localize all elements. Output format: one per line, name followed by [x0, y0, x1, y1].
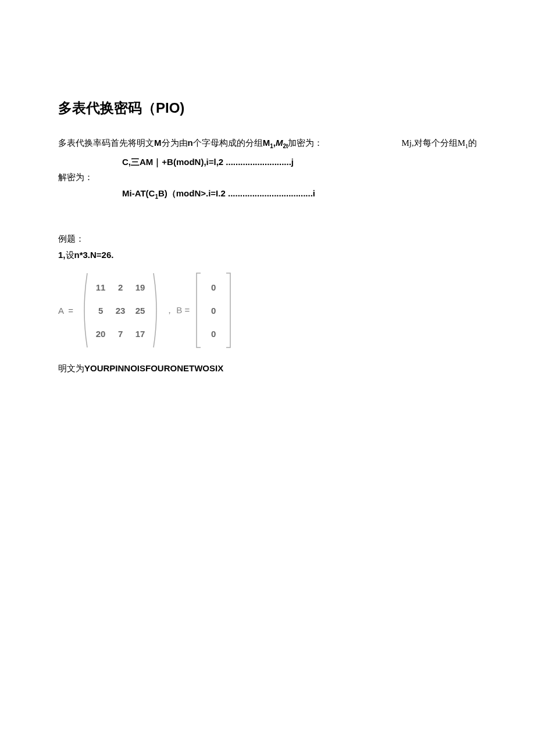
left-paren-icon — [80, 272, 88, 349]
cell: 23 — [116, 306, 126, 316]
encryption-formula: C,三AM｜+B(modN),i=l,2 ...................… — [122, 154, 477, 170]
cell: 11 — [96, 282, 106, 292]
intro-right-M: M — [458, 138, 465, 148]
example-params: 1,设n*3.N=26. — [58, 247, 477, 263]
cell: 7 — [118, 329, 123, 339]
intro-right-text1: 对每个分组 — [414, 138, 458, 148]
matrix-separator: ， B = — [160, 305, 194, 316]
right-bracket-icon — [224, 272, 233, 349]
cell: 5 — [98, 306, 103, 316]
decrypt-label: 解密为： — [58, 170, 477, 185]
intro-text-3: 个字母构成的分组 — [193, 138, 263, 148]
example-params-post: n*3.N=26. — [74, 250, 114, 260]
decryption-formula: Mi-AT(C1B)（modN>.i=I.2 .................… — [122, 185, 477, 202]
intro-bold-M: M — [154, 138, 162, 148]
dec-formula-pre: Mi-AT(C — [122, 188, 155, 198]
matrix-A-label: A = — [58, 306, 80, 316]
cell: 0 — [211, 282, 216, 292]
intro-row: 多表代换率码首先将明文M分为由n个字母构成的分组M1,M2t加密为： Mj,对每… — [58, 135, 477, 154]
right-paren-icon — [152, 272, 160, 349]
plaintext-value: YOURPINNOISFOURONETWOSIX — [84, 363, 223, 373]
cell: 25 — [135, 306, 145, 316]
intro-bold-M2: M — [276, 138, 283, 148]
intro-text-1: 多表代换率码首先将明文 — [58, 138, 154, 148]
cell: 17 — [135, 329, 145, 339]
example-params-mid: 设 — [66, 250, 74, 260]
intro-sub-2: 2t — [283, 143, 288, 149]
plaintext-line: 明文为YOURPINNOISFOURONETWOSIX — [58, 360, 477, 377]
intro-right-Mj: Mj, — [401, 138, 413, 148]
example-params-pre: 1, — [58, 250, 66, 260]
intro-bold-n: n — [188, 138, 193, 148]
intro-left: 多表代换率码首先将明文M分为由n个字母构成的分组M1,M2t加密为： — [58, 135, 323, 152]
left-bracket-icon — [194, 272, 202, 349]
matrix-row: A = 11 2 19 5 23 25 20 7 17 ， B = — [58, 272, 477, 349]
plaintext-label: 明文为 — [58, 364, 84, 373]
example-label: 例题： — [58, 231, 477, 247]
intro-right: Mj,对每个分组M1的 — [401, 138, 477, 149]
matrix-A: 11 2 19 5 23 25 20 7 17 — [80, 272, 160, 349]
matrix-A-cells: 11 2 19 5 23 25 20 7 17 — [88, 272, 152, 349]
intro-bold-M1: M — [263, 138, 270, 148]
matrix-B-cells: 0 0 0 — [202, 272, 224, 349]
intro-text-2: 分为由 — [162, 138, 188, 148]
dec-formula-post: B)（modN>.i=I.2 .........................… — [158, 188, 315, 198]
cell: 0 — [211, 329, 216, 339]
page-title: 多表代换密码（PIO) — [58, 99, 477, 117]
intro-right-text2: 的 — [468, 138, 477, 148]
cell: 2 — [118, 282, 123, 292]
intro-text-4: 加密为： — [288, 138, 323, 148]
cell: 0 — [211, 306, 216, 316]
cell: 20 — [96, 329, 106, 339]
matrix-B: 0 0 0 — [194, 272, 233, 349]
cell: 19 — [135, 282, 145, 292]
